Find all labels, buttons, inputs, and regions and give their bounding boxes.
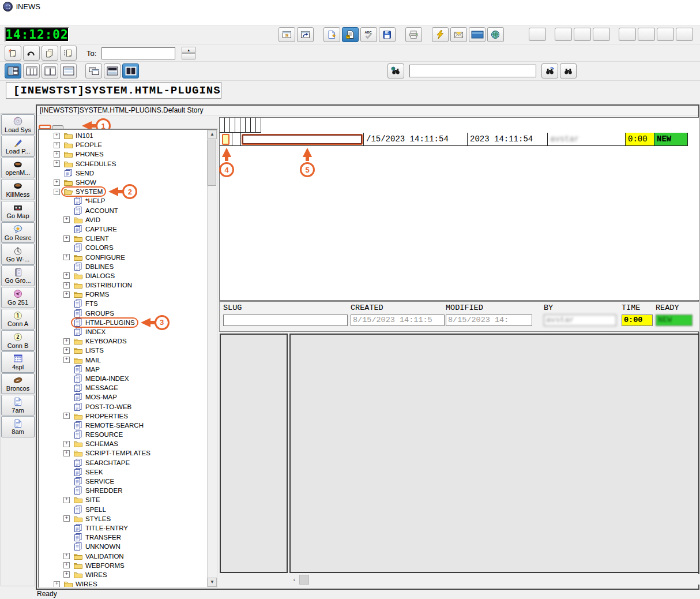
layout-button[interactable] (60, 63, 77, 78)
expand-toggle-icon[interactable] (63, 216, 70, 223)
tree-item[interactable]: FORMS (40, 290, 217, 299)
expand-toggle-icon[interactable] (54, 179, 60, 186)
sidebar-shortcut-button[interactable]: 1 Conn A (1, 309, 35, 330)
toolbar-button[interactable] (60, 46, 77, 61)
tree-item[interactable]: UNKNOWN (40, 542, 217, 551)
time-field[interactable] (622, 315, 653, 326)
format-button[interactable] (593, 28, 610, 41)
expand-toggle-icon[interactable] (63, 515, 70, 522)
tree-item[interactable]: SHREDDER (40, 486, 217, 495)
created-field[interactable] (351, 315, 445, 326)
tree-item[interactable]: WIRES (40, 579, 217, 588)
queue-story-row[interactable]: /15/2023 14:11:54 2023 14:11:54 avstar 0… (220, 133, 699, 146)
menu-item[interactable] (0, 18, 10, 20)
tree-item[interactable]: CONFIGURE (40, 252, 217, 261)
expand-toggle-icon[interactable] (63, 571, 70, 578)
tree-item[interactable]: TRANSFER (40, 533, 217, 542)
tree-item[interactable]: ACCOUNT (40, 206, 217, 215)
toolbar-button[interactable] (487, 27, 504, 42)
tree-item[interactable]: TITLE-ENTRY (40, 523, 217, 533)
tree-item[interactable]: GROUPS (40, 309, 217, 318)
scroll-up-icon[interactable]: ▲ (208, 130, 217, 139)
story-body-panel[interactable] (289, 334, 699, 573)
tree-item[interactable]: COLORS (40, 243, 217, 252)
tree-item[interactable]: KEYBOARDS (40, 336, 217, 346)
tree-item[interactable]: DBLINES (40, 262, 217, 271)
queue-column-header[interactable] (256, 118, 261, 133)
toolbar-button[interactable] (323, 27, 340, 42)
menu-item[interactable] (62, 18, 73, 20)
menu-item[interactable] (93, 18, 104, 20)
tree-item[interactable]: POST-TO-WEB (40, 402, 217, 411)
tree-item[interactable]: MEDIA-INDEX (40, 374, 217, 383)
spinner-up-icon[interactable]: ▲ (182, 47, 195, 53)
layout-button[interactable] (122, 63, 139, 78)
expand-toggle-icon[interactable] (63, 254, 70, 260)
scroll-down-icon[interactable]: ▼ (208, 578, 217, 587)
format-button[interactable] (529, 28, 546, 41)
tree-item[interactable]: SERVICE (40, 477, 217, 486)
menu-item[interactable] (31, 18, 42, 20)
queue-column-header[interactable] (246, 118, 251, 133)
scroll-thumb[interactable] (299, 575, 309, 585)
search-input[interactable] (409, 65, 536, 77)
expand-toggle-icon[interactable] (63, 562, 70, 568)
tree-item[interactable]: MAIL (40, 355, 217, 365)
row-select-cell[interactable] (222, 134, 229, 145)
sidebar-shortcut-button[interactable]: Go Map (1, 201, 35, 222)
layout-button[interactable] (23, 63, 40, 78)
tree-item[interactable]: MOS-MAP (40, 392, 217, 402)
tree-item[interactable]: PHONES (40, 149, 217, 159)
queue-column-header[interactable] (225, 118, 230, 133)
tree-item[interactable]: LISTS (40, 346, 217, 355)
expand-toggle-icon[interactable] (63, 291, 70, 298)
layout-button[interactable] (42, 63, 58, 78)
expand-toggle-icon[interactable] (63, 357, 70, 363)
tree-item[interactable]: INDEX (40, 327, 217, 336)
format-button[interactable] (555, 28, 572, 41)
tree-item[interactable]: SPELL (40, 505, 217, 514)
queue-column-header[interactable] (251, 118, 256, 133)
tree-item[interactable]: WIRES (40, 570, 217, 579)
slug-input[interactable] (242, 134, 362, 144)
expand-toggle-icon[interactable] (63, 497, 70, 503)
tree-item[interactable]: VALIDATION (40, 551, 217, 560)
tree-item[interactable]: SITE (40, 495, 217, 504)
expand-toggle-icon[interactable] (63, 338, 70, 345)
queue-column-header[interactable] (220, 118, 225, 133)
sidebar-shortcut-button[interactable]: 4spl (1, 351, 35, 372)
format-button[interactable] (574, 28, 591, 41)
tree-item[interactable]: STYLES (40, 514, 217, 523)
find-button[interactable] (560, 63, 577, 78)
format-button[interactable] (638, 28, 655, 41)
toolbar-button[interactable] (297, 27, 314, 42)
tree-item[interactable]: SYSTEM 2 (40, 187, 217, 196)
toolbar-button[interactable] (450, 27, 467, 42)
sidebar-shortcut-button[interactable]: 7am (1, 395, 35, 415)
sidebar-shortcut-button[interactable]: 2 Conn B (1, 330, 35, 351)
toolbar-button[interactable] (42, 46, 58, 61)
tree-item[interactable]: SCRIPT-TEMPLATES (40, 448, 217, 458)
tree-item[interactable]: SEND (40, 169, 217, 178)
expand-toggle-icon[interactable] (54, 581, 60, 587)
format-button[interactable] (657, 28, 674, 41)
tree-item[interactable]: CAPTURE (40, 224, 217, 234)
expand-toggle-icon[interactable] (63, 282, 70, 289)
menu-item[interactable] (83, 18, 93, 20)
tree-item[interactable]: RESOURCE (40, 430, 217, 439)
tree-item[interactable]: SCHEMAS (40, 439, 217, 448)
tree-item[interactable]: WEBFORMS (40, 561, 217, 570)
tree-item[interactable]: REMOTE-SEARCH (40, 421, 217, 430)
tree-item[interactable]: DIALOGS (40, 271, 217, 280)
tree-item[interactable]: MAP (40, 365, 217, 374)
toolbar-button[interactable] (23, 46, 40, 61)
queue-column-header[interactable] (240, 118, 246, 133)
story-hscrollbar[interactable]: ‹ (289, 574, 699, 585)
menu-item[interactable] (104, 18, 114, 20)
menu-item[interactable] (52, 18, 62, 20)
toolbar-button[interactable] (469, 27, 486, 42)
menu-item[interactable] (10, 18, 21, 20)
tree-item[interactable]: IN101 (40, 131, 217, 140)
menu-item[interactable] (73, 18, 83, 20)
story-margin-panel[interactable] (220, 334, 288, 573)
